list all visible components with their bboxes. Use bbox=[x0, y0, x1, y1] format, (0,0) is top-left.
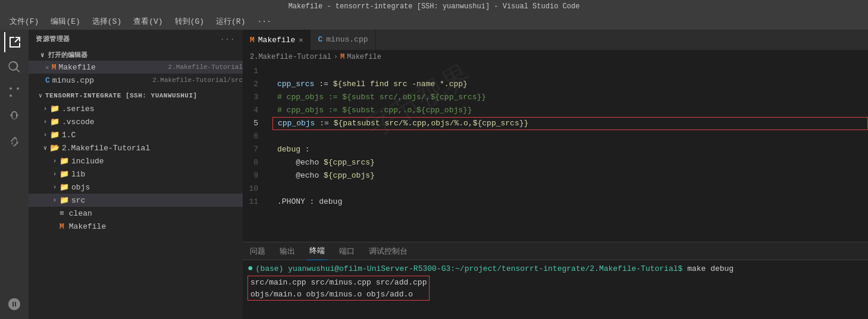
sidebar-item-series[interactable]: › 📁 .series bbox=[29, 102, 243, 115]
panel-content[interactable]: ● (base) yuanwushui@ofilm-UniServer-R530… bbox=[243, 260, 868, 319]
panel: 问题 输出 终端 端口 调试控制台 ● (base) yuanwushui@of… bbox=[243, 242, 868, 319]
token-comment-4: # cpp_objs := ${subst .cpp,.o,${cpp_objs… bbox=[277, 104, 472, 117]
explorer-root[interactable]: ∨ TENSORRT-INTEGRATE [SSH: YUANWUSHUI] bbox=[29, 89, 243, 102]
token-var-srcs: ${cpp_srcs} bbox=[324, 156, 375, 169]
terminal-command: make debug bbox=[682, 264, 734, 273]
open-editor-minus[interactable]: C minus.cpp 2.Makefile-Tutorial/src bbox=[29, 74, 243, 87]
sidebar-more-button[interactable]: ··· bbox=[220, 36, 236, 43]
line-num-3: 3 bbox=[243, 91, 265, 104]
sidebar-item-include[interactable]: › 📁 include bbox=[29, 154, 243, 168]
code-line-10 bbox=[272, 182, 868, 195]
token-phony: .PHONY : debug bbox=[277, 195, 342, 209]
menu-more[interactable]: ··· bbox=[252, 16, 275, 27]
open-editors-label: 打开的编辑器 bbox=[48, 52, 87, 59]
code-editor[interactable]: 1 2 3 4 5 6 7 8 9 10 11 cpp_srcs bbox=[243, 64, 868, 242]
panel-tab-debug[interactable]: 调试控制台 bbox=[366, 242, 410, 260]
terminal-output-box: src/main.cpp src/minus.cpp src/add.cpp o… bbox=[247, 276, 430, 301]
menu-select[interactable]: 选择(S) bbox=[87, 15, 126, 28]
chevron-right-icon: › bbox=[50, 195, 59, 205]
menu-file[interactable]: 文件(F) bbox=[5, 15, 43, 28]
title-bar: Makefile - tensorrt-integrate [SSH: yuan… bbox=[0, 0, 868, 13]
svg-point-0 bbox=[10, 94, 12, 97]
objs-label: objs bbox=[71, 183, 243, 192]
sidebar-item-objs[interactable]: › 📁 objs bbox=[29, 181, 243, 194]
tab-makefile-icon: M bbox=[250, 36, 255, 45]
activity-debug[interactable] bbox=[4, 107, 24, 127]
code-line-1 bbox=[272, 65, 868, 78]
sidebar-item-clean[interactable]: ≡ clean bbox=[29, 207, 243, 220]
panel-tab-problems[interactable]: 问题 bbox=[247, 242, 268, 260]
menu-view[interactable]: 查看(V) bbox=[129, 15, 167, 28]
lib-label: lib bbox=[71, 170, 243, 179]
tab-minus-icon: C bbox=[318, 35, 322, 44]
chevron-right-icon: › bbox=[50, 169, 59, 179]
terminal-prompt-line: ● (base) yuanwushui@ofilm-UniServer-R530… bbox=[247, 263, 863, 274]
folder-icon: 📁 bbox=[59, 169, 69, 179]
1c-label: 1.C bbox=[62, 131, 243, 140]
code-line-8: @echo ${cpp_srcs} bbox=[272, 156, 868, 169]
chevron-down-icon: ∨ bbox=[40, 52, 48, 59]
panel-tab-terminal[interactable]: 终端 bbox=[307, 242, 327, 260]
sidebar-header: 资源管理器 ··· bbox=[29, 30, 243, 48]
terminal-prompt: (base) yuanwushui@ofilm-UniServer-R5300-… bbox=[256, 264, 683, 273]
chevron-right-icon: › bbox=[50, 182, 59, 192]
tab-makefile[interactable]: M Makefile ✕ bbox=[243, 30, 311, 50]
panel-tab-ports[interactable]: 端口 bbox=[337, 242, 357, 260]
sidebar-item-2makefile[interactable]: ∨ 📂 2.Makefile-Tutorial bbox=[29, 141, 243, 154]
open-editors-section[interactable]: ∨ 打开的编辑器 bbox=[29, 48, 243, 61]
tab-minus-label: minus.cpp bbox=[326, 35, 368, 44]
open-editor-makefile[interactable]: ✕ M Makefile 2.Makefile-Tutorial bbox=[29, 61, 243, 74]
clean-label: clean bbox=[69, 209, 243, 218]
cpp-icon: C bbox=[45, 76, 50, 85]
terminal-output-line1: src/main.cpp src/minus.cpp src/add.cpp bbox=[250, 276, 427, 288]
breadcrumb: 2.Makefile-Tutorial › M Makefile bbox=[243, 50, 868, 64]
folder-icon: 📁 bbox=[59, 195, 69, 205]
panel-tab-output[interactable]: 输出 bbox=[277, 242, 297, 260]
sidebar-item-lib[interactable]: › 📁 lib bbox=[29, 168, 243, 181]
close-icon[interactable]: ✕ bbox=[45, 64, 49, 71]
sidebar-item-makefile[interactable]: M Makefile bbox=[29, 220, 243, 233]
sidebar-item-1c[interactable]: › 📁 1.C bbox=[29, 128, 243, 141]
tab-makefile-close[interactable]: ✕ bbox=[299, 36, 303, 45]
activity-remote[interactable] bbox=[4, 294, 24, 314]
activity-extensions[interactable] bbox=[4, 132, 24, 152]
makefile-label: Makefile bbox=[69, 222, 243, 231]
activity-search[interactable] bbox=[4, 57, 24, 77]
folder-icon: 📁 bbox=[50, 104, 59, 113]
folder-icon: 📁 bbox=[50, 117, 59, 127]
2makefile-label: 2.Makefile-Tutorial bbox=[62, 144, 243, 153]
breadcrumb-file: Makefile bbox=[347, 53, 381, 61]
chevron-right-icon: › bbox=[50, 156, 59, 166]
editor-area: M Makefile ✕ C minus.cpp 2.Makefile-Tuto… bbox=[243, 30, 868, 319]
sidebar-item-src[interactable]: › 📁 src bbox=[29, 194, 243, 207]
token-echo1: @echo bbox=[277, 156, 324, 169]
panel-tabs: 问题 输出 终端 端口 调试控制台 bbox=[243, 242, 868, 260]
folder-icon: 📁 bbox=[50, 130, 59, 140]
code-line-7: debug : bbox=[272, 143, 868, 156]
menu-run[interactable]: 运行(R) bbox=[211, 15, 250, 28]
token-patsubst: ${patsubst src/%.cpp,objs/%.o,${cpp_srcs… bbox=[334, 117, 529, 130]
sidebar: 资源管理器 ··· ∨ 打开的编辑器 ✕ M Makefile 2.Makefi… bbox=[29, 30, 243, 319]
tab-minus[interactable]: C minus.cpp bbox=[311, 30, 375, 50]
line-num-1: 1 bbox=[243, 65, 265, 78]
code-line-6 bbox=[272, 130, 868, 143]
folder-open-icon: 📂 bbox=[50, 143, 59, 153]
sidebar-title: 资源管理器 bbox=[36, 34, 70, 43]
line-num-9: 9 bbox=[243, 169, 265, 182]
code-line-4: # cpp_objs := ${subst .cpp,.o,${cpp_objs… bbox=[272, 104, 868, 117]
folder-icon: 📁 bbox=[59, 156, 69, 166]
src-label: src bbox=[71, 196, 243, 205]
code-line-9: @echo ${cpp_objs} bbox=[272, 169, 868, 182]
token-colon: : bbox=[300, 143, 310, 156]
code-content[interactable]: cpp_srcs := ${shell find src -name *.cpp… bbox=[272, 64, 868, 242]
activity-explorer[interactable] bbox=[4, 32, 24, 52]
menu-edit[interactable]: 编辑(E) bbox=[46, 15, 84, 28]
chevron-down-icon: ∨ bbox=[40, 143, 50, 153]
menu-goto[interactable]: 转到(G) bbox=[170, 15, 209, 28]
activity-git[interactable] bbox=[4, 82, 24, 102]
include-label: include bbox=[71, 157, 243, 166]
sidebar-item-vscode[interactable]: › 📁 .vscode bbox=[29, 115, 243, 128]
token-op-5: := bbox=[315, 117, 333, 130]
line-num-5: 5 bbox=[243, 117, 265, 130]
breadcrumb-file-icon: M bbox=[340, 53, 344, 61]
